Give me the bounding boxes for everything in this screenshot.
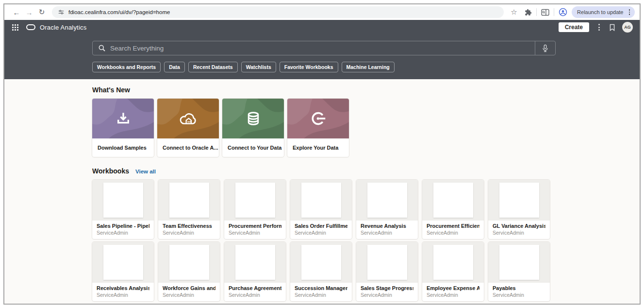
workbooks-title: Workbooks — [92, 167, 129, 175]
chip-machine-learning[interactable]: Machine Learning — [342, 62, 395, 72]
workbook-title: Procurement Performa... — [229, 223, 281, 229]
view-all-link[interactable]: View all — [135, 169, 156, 174]
workbook-thumbnail — [158, 180, 220, 221]
workbook-card[interactable]: Revenue Analysis ServiceAdmin — [356, 180, 418, 239]
workbook-title: Receivables Analysis — [97, 285, 149, 291]
workbook-owner: ServiceAdmin — [361, 292, 413, 298]
card-connect-to-oracle-applications[interactable]: Connect to Oracle A... — [157, 99, 219, 157]
chip-recent-datasets[interactable]: Recent Datasets — [188, 62, 238, 72]
workbook-card[interactable]: Payables ServiceAdmin — [488, 242, 550, 301]
address-bar[interactable]: fdioac.cealinfra.com/ui/dv/?pageid=home — [52, 6, 504, 18]
workbook-title: Payables — [493, 285, 545, 291]
card-explore-your-data[interactable]: Explore Your Data — [287, 99, 349, 157]
search-filter-chips: Workbooks and Reports Data Recent Datase… — [92, 62, 640, 72]
workbook-owner: ServiceAdmin — [163, 230, 215, 236]
workbook-owner: ServiceAdmin — [97, 292, 149, 298]
brand-title: Oracle Analytics — [40, 24, 86, 31]
bookmark-icon[interactable] — [609, 24, 615, 31]
workbook-title: Workforce Gains and Lo... — [163, 285, 215, 291]
bookmark-star-icon[interactable]: ☆ — [508, 6, 520, 18]
workbook-thumbnail — [158, 242, 220, 283]
card-label: Connect to Oracle A... — [157, 138, 219, 157]
site-settings-icon[interactable] — [58, 9, 65, 16]
workbook-owner: ServiceAdmin — [295, 230, 347, 236]
workbook-card[interactable]: Employee Expense Anal... ServiceAdmin — [422, 242, 484, 301]
forward-icon[interactable]: → — [23, 6, 35, 18]
card-label: Connect to Your Data — [222, 138, 284, 157]
create-button[interactable]: Create — [559, 22, 589, 32]
page-menu-icon[interactable] — [596, 22, 602, 32]
browser-toolbar: ← → ↻ fdioac.cealinfra.com/ui/dv/?pageid… — [4, 4, 640, 20]
workbook-thumbnail — [356, 180, 418, 221]
card-connect-to-your-data[interactable]: Connect to Your Data — [222, 99, 284, 157]
card-download-samples[interactable]: Download Samples — [92, 99, 154, 157]
search-input[interactable] — [110, 45, 535, 52]
chip-watchlists[interactable]: Watchlists — [241, 62, 276, 72]
app-header: Oracle Analytics Create AG — [4, 20, 640, 79]
workbook-thumbnail — [488, 180, 550, 221]
workbook-card[interactable]: Procurement Efficiency ServiceAdmin — [422, 180, 484, 239]
workbook-owner: ServiceAdmin — [427, 230, 479, 236]
back-icon[interactable]: ← — [10, 6, 23, 18]
relaunch-to-update-button[interactable]: Relaunch to update — [572, 6, 635, 18]
voice-search-button[interactable] — [535, 41, 555, 55]
workbook-card[interactable]: Receivables Analysis ServiceAdmin — [92, 242, 154, 301]
workbook-card[interactable]: Purchase Agreement A... ServiceAdmin — [224, 242, 286, 301]
workbooks-grid: Sales Pipeline - Pipeline... ServiceAdmi… — [92, 180, 640, 301]
side-panel-search-icon[interactable] — [541, 9, 549, 16]
workbook-title: Revenue Analysis — [361, 223, 413, 229]
workbook-owner: ServiceAdmin — [361, 230, 413, 236]
home-content: What's New — [4, 79, 640, 304]
workbook-card[interactable]: Sales Stage Progression ServiceAdmin — [356, 242, 418, 301]
workbook-thumbnail — [488, 242, 550, 283]
workbook-card[interactable]: Procurement Performa... ServiceAdmin — [224, 180, 286, 239]
app-grid-icon[interactable] — [12, 24, 18, 31]
workbook-card[interactable]: Succession Management ServiceAdmin — [290, 242, 352, 301]
workbook-title: GL Variance Analysis — [493, 223, 545, 229]
workbook-card[interactable]: Team Effectiveness ServiceAdmin — [158, 180, 220, 239]
browser-window: ← → ↻ fdioac.cealinfra.com/ui/dv/?pageid… — [3, 3, 641, 305]
workbook-thumbnail — [224, 242, 286, 283]
workbook-thumbnail — [290, 242, 352, 283]
url-text[interactable]: fdioac.cealinfra.com/ui/dv/?pageid=home — [68, 9, 170, 15]
workbook-title: Team Effectiveness — [163, 223, 215, 229]
workbook-title: Succession Management — [295, 285, 347, 291]
workbook-title: Procurement Efficiency — [427, 223, 479, 229]
workbook-title: Employee Expense Anal... — [427, 285, 479, 291]
workbook-title: Sales Order Fulfillment ... — [295, 223, 347, 229]
avatar[interactable]: AG — [622, 22, 633, 33]
card-label: Download Samples — [92, 138, 154, 157]
workbook-owner: ServiceAdmin — [97, 230, 149, 236]
chip-data[interactable]: Data — [164, 62, 185, 72]
workbook-thumbnail — [92, 180, 154, 221]
microphone-icon — [542, 44, 548, 52]
refresh-icon[interactable]: ↻ — [35, 6, 48, 18]
oracle-logo-icon — [26, 24, 35, 30]
workbook-card[interactable]: Workforce Gains and Lo... ServiceAdmin — [158, 242, 220, 301]
workbook-owner: ServiceAdmin — [229, 230, 281, 236]
download-icon — [92, 99, 154, 138]
workbook-thumbnail — [290, 180, 352, 221]
toolbar-divider — [536, 8, 537, 16]
relaunch-label: Relaunch to update — [577, 9, 623, 15]
workbook-title: Sales Pipeline - Pipeline... — [97, 223, 149, 229]
extensions-icon[interactable] — [525, 9, 532, 16]
workbook-owner: ServiceAdmin — [493, 230, 545, 236]
workbook-title: Sales Stage Progression — [361, 285, 413, 291]
workbook-title: Purchase Agreement A... — [229, 285, 281, 291]
toolbar-divider — [554, 8, 554, 16]
workbook-card[interactable]: GL Variance Analysis ServiceAdmin — [488, 180, 550, 239]
chrome-menu-icon[interactable] — [626, 7, 633, 17]
workbook-owner: ServiceAdmin — [295, 292, 347, 298]
card-label: Explore Your Data — [287, 138, 349, 157]
chip-workbooks-and-reports[interactable]: Workbooks and Reports — [92, 62, 161, 72]
workbook-owner: ServiceAdmin — [493, 292, 545, 298]
workbook-thumbnail — [224, 180, 286, 221]
chip-favorite-workbooks[interactable]: Favorite Workbooks — [280, 62, 338, 72]
profile-icon[interactable] — [559, 8, 567, 17]
workbook-thumbnail — [356, 242, 418, 283]
cloud-home-icon — [157, 99, 219, 138]
workbook-card[interactable]: Sales Order Fulfillment ... ServiceAdmin — [290, 180, 352, 239]
workbook-card[interactable]: Sales Pipeline - Pipeline... ServiceAdmi… — [92, 180, 154, 239]
search-bar[interactable] — [92, 41, 556, 55]
